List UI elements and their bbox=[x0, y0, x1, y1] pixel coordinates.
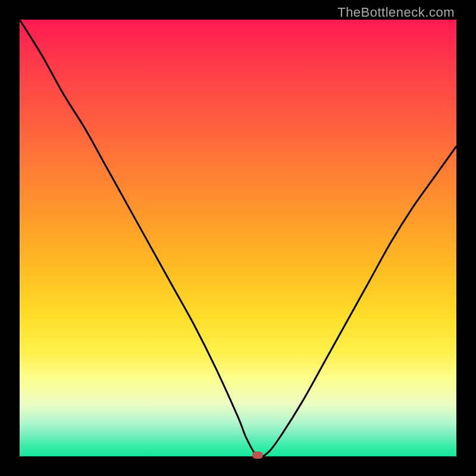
watermark-text: TheBottleneck.com bbox=[337, 5, 455, 20]
curve-svg bbox=[20, 20, 456, 456]
optimal-point-marker bbox=[252, 452, 263, 459]
plot-area bbox=[20, 20, 456, 456]
chart-frame: TheBottleneck.com bbox=[0, 0, 476, 476]
bottleneck-curve bbox=[20, 20, 456, 457]
